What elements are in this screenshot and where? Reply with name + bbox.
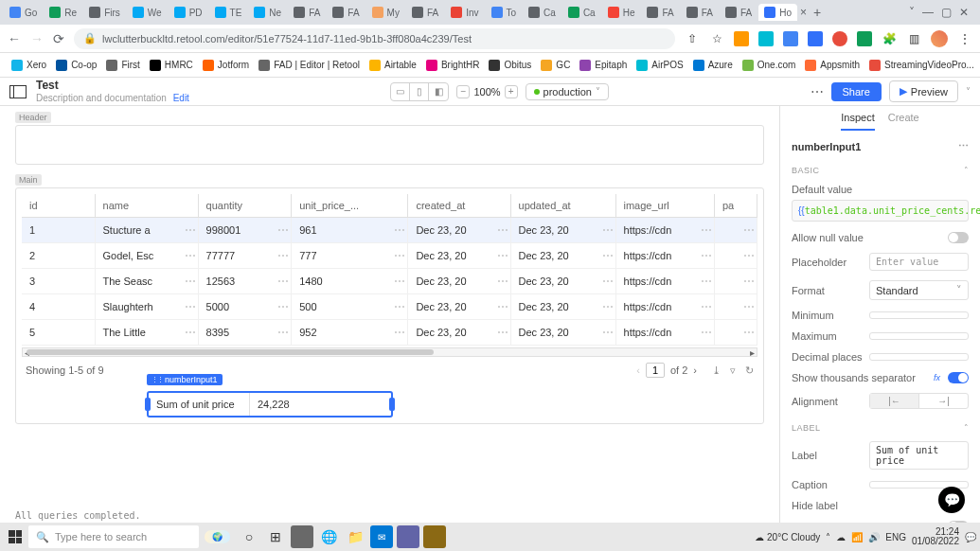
- table-cell[interactable]: Dec 23, 20⋯: [408, 218, 510, 243]
- table-cell[interactable]: Dec 23, 20⋯: [510, 269, 615, 294]
- alignment-buttons[interactable]: |← →|: [869, 393, 969, 409]
- browser-tab[interactable]: PD: [169, 4, 208, 21]
- star-icon[interactable]: ☆: [709, 31, 724, 46]
- data-table[interactable]: idnamequantityunit_price_...created_atup…: [22, 194, 757, 346]
- maximum-input[interactable]: [869, 332, 969, 340]
- allow-null-toggle[interactable]: [948, 232, 969, 243]
- canvas-area[interactable]: Header Main idnamequantityunit_price_...…: [0, 106, 779, 523]
- bookmark-item[interactable]: Airtable: [365, 58, 420, 73]
- table-cell[interactable]: https://cdn⋯: [615, 320, 714, 346]
- app-icon[interactable]: [423, 525, 446, 548]
- resize-handle-right[interactable]: [389, 398, 395, 411]
- extensions-icon[interactable]: 🧩: [882, 31, 897, 46]
- table-cell[interactable]: https://cdn⋯: [615, 218, 714, 243]
- bookmark-item[interactable]: Azure: [689, 58, 737, 73]
- table-cell[interactable]: 5: [22, 320, 95, 346]
- environment-select[interactable]: production ˅: [526, 83, 609, 100]
- browser-tab[interactable]: Ca: [523, 4, 561, 21]
- table-cell[interactable]: 1480⋯: [292, 269, 408, 294]
- table-cell[interactable]: 2: [22, 243, 95, 269]
- ext-icon[interactable]: [734, 31, 749, 46]
- minimum-input[interactable]: [869, 311, 969, 319]
- table-cell[interactable]: Dec 23, 20⋯: [408, 243, 510, 269]
- bookmark-item[interactable]: FAD | Editor | Retool: [255, 58, 364, 73]
- table-cell[interactable]: 4: [22, 294, 95, 320]
- table-cell[interactable]: 777⋯: [292, 243, 408, 269]
- header-frame[interactable]: [15, 125, 764, 165]
- browser-tab[interactable]: Ca: [562, 4, 601, 21]
- close-tab-icon[interactable]: ×: [800, 6, 807, 19]
- table-cell[interactable]: ⋯: [714, 269, 757, 294]
- ext-icon[interactable]: [758, 31, 774, 46]
- table-cell[interactable]: ⋯: [714, 294, 757, 320]
- browser-tab[interactable]: Inv: [445, 4, 484, 21]
- share-button[interactable]: Share: [831, 82, 882, 101]
- table-cell[interactable]: 77777⋯: [198, 243, 292, 269]
- table-cell[interactable]: https://cdn⋯: [615, 294, 714, 320]
- weather-widget[interactable]: 🌍: [205, 530, 230, 543]
- ext-icon[interactable]: [832, 31, 847, 46]
- table-row[interactable]: 3The Seasc⋯12563⋯1480⋯Dec 23, 20⋯Dec 23,…: [22, 269, 757, 294]
- table-cell[interactable]: 12563⋯: [198, 269, 292, 294]
- browser-tab[interactable]: Re: [44, 4, 82, 21]
- browser-tab[interactable]: Ne: [248, 4, 287, 21]
- table-header-cell[interactable]: name: [95, 194, 198, 218]
- default-value-input[interactable]: {{table1.data.unit_price_cents.reduce((x…: [792, 200, 969, 222]
- table-horizontal-scrollbar[interactable]: ◂ ▸: [22, 347, 757, 357]
- panel-icon[interactable]: ▥: [906, 31, 921, 46]
- table-header-cell[interactable]: updated_at: [510, 194, 615, 218]
- browser-tab[interactable]: FA: [288, 4, 326, 21]
- volume-icon[interactable]: 🔊: [868, 532, 880, 542]
- chevron-up-icon[interactable]: ˄: [964, 166, 970, 175]
- bookmark-item[interactable]: Appsmith: [801, 58, 864, 73]
- table-cell[interactable]: 5000⋯: [198, 294, 292, 320]
- clock[interactable]: 21:24 01/08/2022: [912, 527, 959, 546]
- tab-create[interactable]: Create: [888, 112, 919, 131]
- onedrive-icon[interactable]: ☁: [836, 532, 846, 542]
- table-cell[interactable]: Slaughterh⋯: [95, 294, 198, 320]
- table-header-cell[interactable]: created_at: [408, 194, 510, 218]
- number-input-component[interactable]: numberInput1 Sum of unit price 24,228: [147, 391, 393, 418]
- edit-link[interactable]: Edit: [173, 93, 189, 103]
- table-cell[interactable]: https://cdn⋯: [615, 243, 714, 269]
- close-window-icon[interactable]: ✕: [959, 6, 969, 19]
- table-cell[interactable]: Godel, Esc⋯: [95, 243, 198, 269]
- number-input-value[interactable]: 24,228: [249, 393, 391, 416]
- minimize-icon[interactable]: —: [922, 6, 934, 19]
- tray-chevron-icon[interactable]: ˄: [826, 532, 830, 542]
- outlook-icon[interactable]: ✉: [370, 525, 393, 548]
- kebab-icon[interactable]: ⋮: [957, 31, 972, 46]
- table-cell[interactable]: Dec 23, 20⋯: [510, 243, 615, 269]
- browser-tab[interactable]: We: [127, 4, 168, 21]
- table-cell[interactable]: 1: [22, 218, 95, 243]
- prev-page-icon[interactable]: ‹: [636, 364, 640, 376]
- app-icon[interactable]: [291, 525, 313, 548]
- table-row[interactable]: 5The Little⋯8395⋯952⋯Dec 23, 20⋯Dec 23, …: [22, 320, 757, 346]
- browser-tab[interactable]: FA: [327, 4, 365, 21]
- table-cell[interactable]: Stucture a⋯: [95, 218, 198, 243]
- table-cell[interactable]: The Seasc⋯: [95, 269, 198, 294]
- resize-handle-left[interactable]: [145, 398, 151, 411]
- page-input[interactable]: [646, 363, 665, 378]
- more-icon[interactable]: ⋯: [811, 84, 824, 99]
- main-frame[interactable]: idnamequantityunit_price_...created_atup…: [15, 187, 764, 424]
- table-cell[interactable]: 998001⋯: [198, 218, 292, 243]
- ext-icon[interactable]: [808, 31, 823, 46]
- format-select[interactable]: Standard ˅: [869, 280, 969, 300]
- explorer-icon[interactable]: 📁: [344, 525, 366, 548]
- align-left-button[interactable]: |←: [870, 394, 919, 408]
- bookmark-item[interactable]: Co-op: [52, 58, 100, 73]
- fx-icon[interactable]: fx: [934, 373, 940, 382]
- next-page-icon[interactable]: ›: [693, 364, 697, 376]
- table-cell[interactable]: 961⋯: [292, 218, 408, 243]
- table-cell[interactable]: 8395⋯: [198, 320, 292, 346]
- start-button[interactable]: [4, 525, 27, 548]
- preview-button[interactable]: ▶ Preview: [889, 80, 958, 102]
- browser-tab[interactable]: FA: [681, 4, 719, 21]
- panel-toggle-icon[interactable]: [9, 85, 27, 98]
- refresh-icon[interactable]: ↻: [745, 364, 754, 377]
- notifications-icon[interactable]: 💬: [965, 532, 976, 542]
- more-icon[interactable]: ⋯: [958, 140, 969, 152]
- chevron-up-icon[interactable]: ˄: [964, 423, 970, 433]
- bookmark-item[interactable]: Epitaph: [576, 58, 631, 73]
